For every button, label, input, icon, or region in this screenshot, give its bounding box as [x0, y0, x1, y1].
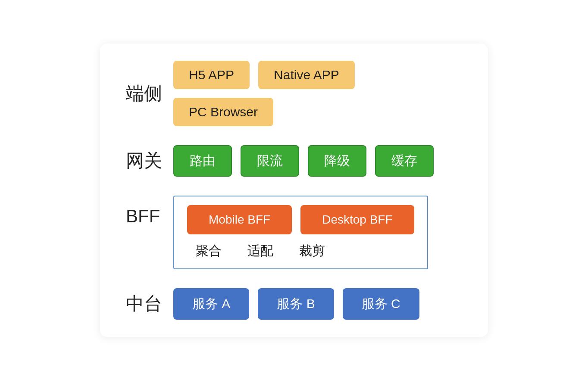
pc-browser-badge: PC Browser	[173, 98, 273, 126]
wanguan-content: 路由 限流 降级 缓存	[173, 145, 434, 177]
bff-box: Mobile BFF Desktop BFF 聚合 适配 裁剪	[173, 196, 428, 269]
cache-badge: 缓存	[375, 145, 434, 177]
bff-label: BFF	[126, 196, 173, 227]
mobile-bff-badge: Mobile BFF	[187, 205, 292, 234]
service-c-badge: 服务 C	[343, 288, 419, 320]
zhongtai-row: 中台 服务 A 服务 B 服务 C	[126, 288, 462, 320]
service-a-badge: 服务 A	[173, 288, 249, 320]
ratelimit-badge: 限流	[241, 145, 299, 177]
zhongtai-label: 中台	[126, 292, 173, 316]
duance-row: 端侧 H5 APP Native APP PC Browser	[126, 61, 462, 126]
bff-bottom-row: 聚合 适配 裁剪	[187, 242, 414, 260]
wanguan-row: 网关 路由 限流 降级 缓存	[126, 145, 462, 177]
routing-badge: 路由	[173, 145, 232, 177]
service-b-badge: 服务 B	[258, 288, 334, 320]
diagram-container: 端侧 H5 APP Native APP PC Browser 网关 路由 限流…	[100, 44, 488, 337]
zhongtai-content: 服务 A 服务 B 服务 C	[173, 288, 419, 320]
bff-top-row: Mobile BFF Desktop BFF	[187, 205, 414, 234]
desktop-bff-badge: Desktop BFF	[300, 205, 414, 234]
h5-app-badge: H5 APP	[173, 61, 250, 89]
duance-label: 端侧	[126, 81, 173, 106]
juhe-label: 聚合	[196, 242, 222, 260]
native-app-badge: Native APP	[258, 61, 355, 89]
downgrade-badge: 降级	[308, 145, 366, 177]
duance-content: H5 APP Native APP PC Browser	[173, 61, 462, 126]
caijian-label: 裁剪	[299, 242, 325, 260]
shipei-label: 适配	[247, 242, 273, 260]
bff-row: BFF Mobile BFF Desktop BFF 聚合 适配 裁剪	[126, 196, 462, 269]
wanguan-label: 网关	[126, 149, 173, 173]
